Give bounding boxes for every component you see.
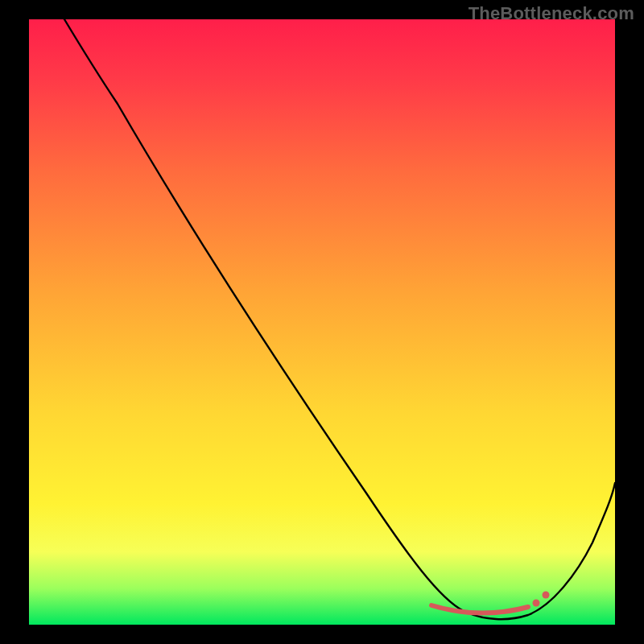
optimal-marker-dot — [543, 592, 550, 599]
bottleneck-curve — [64, 19, 615, 619]
plot-area — [29, 19, 615, 625]
watermark-text: TheBottleneck.com — [469, 3, 634, 24]
chart-frame: TheBottleneck.com — [0, 0, 644, 644]
optimal-range-marker — [431, 605, 528, 613]
optimal-marker-dot — [533, 600, 540, 607]
chart-svg — [29, 19, 615, 625]
